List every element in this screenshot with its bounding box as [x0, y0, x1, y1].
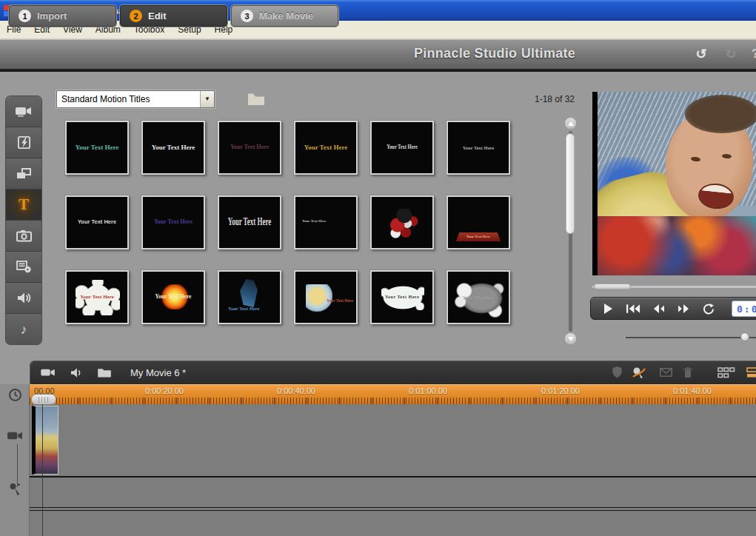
sidebar-item-montage-themes[interactable]	[6, 158, 41, 190]
marker-button[interactable]	[607, 364, 626, 381]
dropdown-arrow-button[interactable]: ▼	[200, 91, 214, 107]
tab-import[interactable]: 1 Import	[9, 5, 116, 27]
sidebar-item-photos[interactable]	[6, 221, 41, 252]
timeline-ruler[interactable]: 00.00 0:00:20.00 0:00:40.00 0:01:00.00 0…	[30, 384, 756, 404]
title-thumbnail[interactable]: Your Text Here	[370, 270, 434, 324]
timeline-camera-button[interactable]	[39, 364, 58, 381]
sidebar-item-transitions[interactable]	[6, 127, 41, 158]
tab-import-number: 1	[19, 10, 31, 22]
tab-make-movie[interactable]: 3 Make Movie	[231, 5, 338, 27]
audio-scrub-button[interactable]	[629, 364, 649, 381]
timeline-view-icon	[746, 367, 756, 378]
title-thumbnail[interactable]: Your Text Here	[65, 270, 129, 324]
step-back-button[interactable]	[649, 301, 668, 316]
title-thumbnail[interactable]: Your Text Here	[294, 195, 358, 249]
title-thumbnail[interactable]: Your Text Here	[141, 270, 205, 324]
title-thumbnail[interactable]: Your Text Here	[446, 195, 510, 249]
timecode-display[interactable]: 0:0	[732, 301, 756, 317]
step-forward-button[interactable]	[674, 301, 693, 316]
trash-button[interactable]	[678, 364, 698, 381]
title-thumbnail[interactable]: Your Text Here	[218, 121, 281, 175]
title-thumbnail[interactable]	[370, 195, 434, 249]
open-folder-button[interactable]	[247, 92, 265, 107]
preview-scrubber-thumb[interactable]	[594, 284, 631, 289]
audio-track-microphone-icon[interactable]	[9, 483, 21, 496]
track-divider	[30, 476, 756, 478]
storyboard-view-button[interactable]	[717, 364, 736, 381]
ruler-label: 0:01:40.00	[673, 386, 712, 395]
track-header-gutter	[0, 384, 30, 536]
title-thumbnail[interactable]: Your Text Here	[218, 195, 281, 249]
volume-slider-knob[interactable]	[740, 332, 749, 341]
timecode-value: 0:0	[737, 304, 756, 315]
title-thumbnail-text: Your Text Here	[463, 145, 494, 150]
title-thumbnail-text: Your Text Here	[327, 298, 353, 303]
folder-icon	[97, 366, 112, 378]
video-track-camera-icon[interactable]	[7, 430, 24, 442]
scroll-up-button[interactable]	[564, 117, 577, 130]
disc-menu-icon	[16, 261, 32, 273]
sidebar-item-music[interactable]: ♪	[6, 314, 41, 344]
titles-T-icon: T	[19, 197, 29, 212]
title-thumbnail[interactable]: Your Text Here	[294, 121, 358, 175]
play-button[interactable]	[598, 301, 618, 316]
timeline-scrubber-handle[interactable]	[31, 394, 56, 405]
category-dropdown-value: Standard Motion Titles	[57, 94, 200, 104]
video-preview[interactable]	[592, 92, 756, 275]
title-thumbnail[interactable]: Your Text Here	[446, 270, 510, 324]
timeline-view-button[interactable]	[745, 364, 756, 381]
ruler-label: 0:01:20.00	[541, 386, 580, 395]
timeline-speaker-button[interactable]	[67, 364, 86, 381]
tab-make-movie-number: 3	[241, 10, 253, 22]
step-back-icon	[652, 304, 665, 314]
title-thumbnail-text: Your Text Here	[80, 295, 114, 301]
go-to-start-button[interactable]	[623, 301, 643, 316]
scrollbar-thumb[interactable]	[566, 133, 575, 234]
folder-icon	[247, 92, 265, 107]
volume-slider-track[interactable]	[626, 337, 756, 338]
redo-button[interactable]: ↻	[721, 44, 740, 64]
ruler-label: 0:00:40.00	[277, 386, 315, 395]
title-thumbnail-text: Your Text Here	[304, 144, 348, 152]
tab-bar-divider	[0, 69, 756, 72]
category-dropdown[interactable]: Standard Motion Titles ▼	[56, 90, 215, 108]
envelope-button[interactable]	[656, 364, 675, 381]
title-thumbnail-text: Your Text Here	[154, 219, 193, 226]
sidebar-item-disc-menus[interactable]	[6, 252, 41, 283]
undo-button[interactable]: ↺	[692, 44, 711, 64]
tab-edit-label: Edit	[148, 10, 167, 21]
title-thumbnail-text: Your Text Here	[228, 306, 280, 311]
title-thumbnail[interactable]: Your Text Here	[65, 121, 129, 175]
title-thumbnail-text: Your Text Here	[155, 294, 192, 300]
title-thumbnail[interactable]: Your Text Here	[446, 121, 510, 175]
title-thumbnail[interactable]: Your Text Here	[141, 121, 205, 175]
loop-button[interactable]	[699, 301, 718, 316]
timeline-folder-button[interactable]	[95, 364, 114, 381]
title-thumbnail-grid: Your Text Here Your Text Here Your Text …	[65, 121, 510, 324]
album-section-sidebar: T ♪	[6, 96, 41, 344]
scroll-down-button[interactable]	[564, 332, 577, 345]
shield-icon	[612, 366, 622, 378]
page-indicator: 1-18 of 32	[535, 94, 575, 104]
video-clip[interactable]	[32, 406, 58, 475]
go-to-start-icon	[626, 304, 640, 314]
title-thumbnail-text: Your Text Here	[302, 219, 327, 224]
title-thumbnail-text: Your Text Here	[448, 235, 509, 239]
playhead-line[interactable]	[42, 404, 43, 536]
timeline-tracks	[30, 404, 756, 536]
title-thumbnail[interactable]: Your Text Here	[370, 121, 434, 175]
app-window: Pinnacle Studio Ultimate - My Movie 6.st…	[0, 0, 756, 536]
sidebar-item-titles[interactable]: T	[6, 190, 41, 221]
title-thumbnail[interactable]: Your Text Here	[294, 270, 358, 324]
track-connector-line	[17, 444, 18, 487]
title-thumbnail[interactable]: Your Text Here	[141, 195, 205, 249]
video-camera-icon	[15, 105, 33, 118]
sidebar-item-sound-effects[interactable]	[6, 283, 41, 314]
ruler-label: 0:00:20.00	[145, 386, 184, 395]
title-thumbnail[interactable]: Your Text Here	[218, 270, 281, 324]
tab-edit[interactable]: 2 Edit	[120, 5, 227, 27]
sidebar-item-videos[interactable]	[6, 96, 41, 127]
help-button[interactable]: ?	[748, 45, 756, 63]
title-thumbnail[interactable]: Your Text Here	[65, 195, 129, 249]
track-divider	[30, 510, 756, 511]
